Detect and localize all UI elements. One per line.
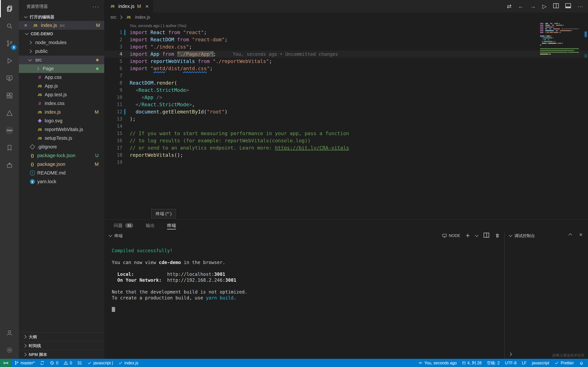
- breadcrumb[interactable]: src JS index.js: [104, 12, 588, 22]
- tree-item-index.js[interactable]: JSindex.jsM: [19, 108, 104, 117]
- panel-tab-终端[interactable]: 终端: [167, 220, 176, 231]
- open-editors-header[interactable]: 打开的编辑器: [19, 13, 104, 21]
- outline-section[interactable]: 大纲: [19, 332, 104, 341]
- chevron-down-icon[interactable]: [109, 233, 112, 237]
- code-line[interactable]: 7: [104, 72, 588, 79]
- run-debug-icon[interactable]: [0, 52, 19, 69]
- status-item-0[interactable]: 0: [61, 359, 75, 367]
- split-editor-icon[interactable]: [553, 3, 559, 9]
- tree-item-src[interactable]: src: [19, 56, 104, 64]
- more-actions-icon[interactable]: ···: [92, 3, 99, 10]
- close-icon[interactable]: ×: [146, 3, 149, 9]
- code-line[interactable]: 17// or send to an analytics endpoint. L…: [104, 144, 588, 151]
- debug-input-chevron-icon[interactable]: [508, 352, 512, 356]
- status-item-行 4, 列 28[interactable]: 行 4, 列 28: [459, 359, 484, 367]
- code-line[interactable]: 2import ReactDOM from "react-dom";: [104, 36, 588, 43]
- code-line[interactable]: 4import App from "./Page/App"; You, seco…: [104, 50, 588, 58]
- close-icon[interactable]: ×: [24, 22, 30, 28]
- status-item-javascript |[interactable]: javascript |: [85, 359, 116, 367]
- code-line[interactable]: 16// to log results (for example: report…: [104, 137, 588, 144]
- npm-scripts-section[interactable]: NPM 脚本: [19, 350, 104, 359]
- testing-icon[interactable]: [0, 104, 19, 122]
- explorer-icon[interactable]: [0, 0, 19, 17]
- codelens-blame[interactable]: You, seconds ago | 1 author (You): [130, 22, 588, 29]
- status-item-bell[interactable]: [577, 359, 586, 367]
- remote-indicator[interactable]: ><: [0, 359, 12, 367]
- tree-item-README.md[interactable]: iREADME.md: [19, 169, 104, 177]
- new-terminal-icon[interactable]: +: [466, 233, 470, 238]
- code-line[interactable]: 15// If you want to start measuring perf…: [104, 130, 588, 137]
- open-changes-icon[interactable]: ⇄: [507, 3, 511, 9]
- code-line[interactable]: 13);: [104, 116, 588, 123]
- terminal-shell-selector[interactable]: NODE: [442, 233, 460, 238]
- chevron-down-icon[interactable]: [475, 233, 479, 237]
- tree-item-Page[interactable]: Page: [19, 64, 104, 73]
- accounts-icon[interactable]: [0, 324, 19, 342]
- code-line[interactable]: 5import reportWebVitals from "./reportWe…: [104, 58, 588, 65]
- breadcrumb-folder[interactable]: src: [111, 15, 116, 20]
- css-file-icon: #: [36, 101, 43, 106]
- previous-change-icon[interactable]: ←: [518, 3, 524, 9]
- status-item-Prettier[interactable]: Prettier: [552, 359, 577, 367]
- status-item-index.js[interactable]: index.js: [116, 359, 141, 367]
- status-item-master*[interactable]: master*: [12, 359, 37, 367]
- status-item-0[interactable]: 0: [47, 359, 61, 367]
- status-item-LF[interactable]: LF: [519, 359, 529, 367]
- tree-item-package.json[interactable]: {}package.jsonM: [19, 160, 104, 169]
- debug-console-header[interactable]: 调试控制台: [505, 231, 588, 240]
- tree-item-node_modules[interactable]: node_modules: [19, 38, 104, 47]
- run-file-icon[interactable]: ▷: [542, 3, 547, 9]
- code-line[interactable]: 11 </React.StrictMode>,: [104, 101, 588, 108]
- source-control-icon[interactable]: 8: [0, 35, 19, 52]
- code-line[interactable]: 14: [104, 123, 588, 130]
- tree-item-App.css[interactable]: #App.css: [19, 73, 104, 82]
- code-line[interactable]: 19: [104, 159, 588, 166]
- bookmarks-icon[interactable]: [0, 139, 19, 157]
- tree-item-App.js[interactable]: JSApp.js: [19, 82, 104, 90]
- tree-item-App.test.js[interactable]: JSApp.test.js: [19, 90, 104, 99]
- toggle-panel-icon[interactable]: [565, 3, 571, 9]
- tree-item-public[interactable]: public: [19, 47, 104, 56]
- terminal-output[interactable]: Compiled successfully! You can now view …: [112, 248, 501, 357]
- next-change-icon[interactable]: →: [530, 3, 536, 9]
- panel-tab-输出[interactable]: 输出: [146, 220, 155, 231]
- settings-gear-icon[interactable]: [0, 342, 19, 359]
- code-line[interactable]: 12 document.getElementById("root"): [104, 108, 588, 116]
- json-tools-icon[interactable]: Json: [0, 122, 19, 139]
- code-line[interactable]: 18reportWebVitals();: [104, 151, 588, 159]
- remote-explorer-icon[interactable]: [0, 69, 19, 87]
- code-line[interactable]: 9 <React.StrictMode>: [104, 87, 588, 94]
- status-item-UTF-8[interactable]: UTF-8: [502, 359, 519, 367]
- kill-terminal-icon[interactable]: [495, 233, 500, 238]
- timeline-section[interactable]: 时间线: [19, 341, 104, 350]
- tab-index-js[interactable]: JS index.js M ×: [104, 0, 153, 12]
- tree-item-package-lock.json[interactable]: {}package-lock.jsonU: [19, 151, 104, 160]
- more-actions-icon[interactable]: ···: [578, 3, 583, 9]
- status-item-sync[interactable]: [37, 359, 47, 367]
- code-line[interactable]: 1import React from "react";: [104, 29, 588, 36]
- code-line[interactable]: 10 <App />: [104, 94, 588, 101]
- status-item-You, seconds ago[interactable]: You, seconds ago: [415, 359, 459, 367]
- split-terminal-icon[interactable]: [484, 233, 489, 239]
- status-item-javascript[interactable]: javascript: [529, 359, 552, 367]
- code-line[interactable]: 3import "./index.css";: [104, 43, 588, 50]
- panel-tab-问题[interactable]: 问题31: [114, 220, 133, 231]
- breadcrumb-file[interactable]: index.js: [135, 15, 150, 20]
- tree-item-setupTests.js[interactable]: JSsetupTests.js: [19, 134, 104, 142]
- minimap[interactable]: [540, 23, 579, 57]
- tree-item-logo.svg[interactable]: logo.svg: [19, 117, 104, 125]
- tree-item-index.css[interactable]: #index.css: [19, 99, 104, 108]
- extensions-icon[interactable]: [0, 87, 19, 104]
- tree-item-.gitignore[interactable]: .gitignore: [19, 142, 104, 151]
- code-line[interactable]: 6import "antd/dist/antd.css";: [104, 65, 588, 72]
- tree-item-yarn.lock[interactable]: yyarn.lock: [19, 177, 104, 186]
- search-icon[interactable]: [0, 17, 19, 35]
- code-line[interactable]: 8ReactDOM.render(: [104, 79, 588, 87]
- status-item-空格: 2[interactable]: 空格: 2: [484, 359, 502, 367]
- open-editor-item[interactable]: × JS index.js src M: [19, 21, 104, 30]
- code-area[interactable]: 1import React from "react";2import React…: [104, 29, 588, 166]
- status-item-31[interactable]: 31: [75, 359, 85, 367]
- tree-item-reportWebVitals.js[interactable]: JSreportWebVitals.js: [19, 125, 104, 134]
- plugin-icon[interactable]: [0, 157, 19, 174]
- project-header[interactable]: CDE-DEMO: [19, 30, 104, 38]
